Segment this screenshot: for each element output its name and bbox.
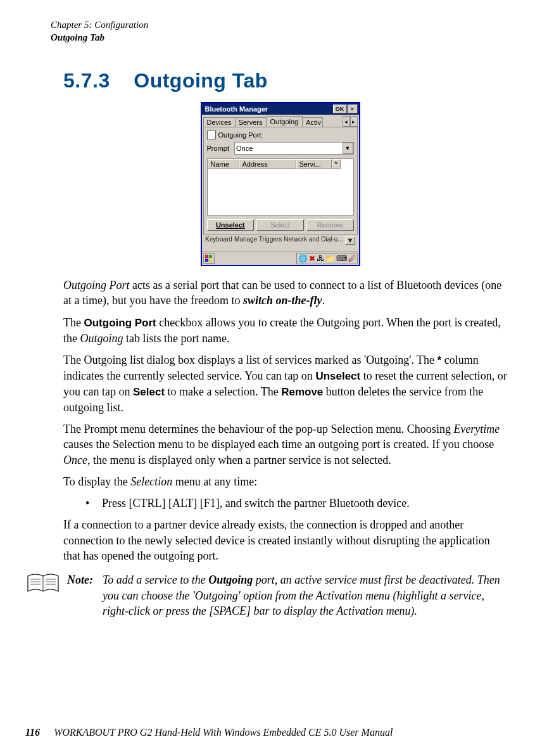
bluetooth-manager-window: Bluetooth Manager OK × Devices Servers O… (201, 102, 360, 266)
outgoing-port-label: Outgoing Port: (218, 131, 263, 139)
p3-f: Select (133, 386, 165, 398)
book-icon (27, 572, 62, 598)
svg-rect-0 (205, 255, 208, 258)
tab-scroll-left-icon[interactable]: ◂ (343, 116, 350, 127)
p5-c: menu at any time: (172, 475, 257, 488)
p2-b: Outgoing Port (84, 317, 156, 329)
tab-outgoing[interactable]: Outgoing (266, 116, 303, 127)
p4-a: The Prompt menu determines the behaviour… (63, 423, 453, 435)
remove-button[interactable]: Remove (306, 219, 354, 231)
p4-e: , the menu is displayed only when a part… (87, 454, 391, 466)
page-number: 116 (25, 727, 40, 738)
select-button[interactable]: Select (256, 219, 304, 231)
p1-c: switch on-the-fly (243, 294, 322, 307)
tab-active-partial[interactable]: Activ (302, 117, 323, 127)
para-3: The Outgoing list dialog box displays a … (63, 352, 510, 415)
window-title: Bluetooth Manager (203, 105, 332, 113)
p2-d: Outgoing (80, 332, 123, 345)
tray-icon-folder[interactable]: 📁 (325, 254, 335, 263)
tab-strip: Devices Servers Outgoing Activ ◂ ▸ (202, 115, 359, 127)
section-title: Outgoing Tab (134, 69, 268, 92)
svg-rect-2 (205, 259, 208, 262)
p5-b: Selection (130, 475, 172, 488)
p1-d: . (322, 294, 325, 307)
system-tray[interactable]: 🌐 ✖ 🖧 📁 ⌨ 🖊 (296, 253, 358, 264)
bullet-item: • Press [CTRL] [ALT] [F1], and switch th… (85, 496, 510, 511)
tab-scroll-right-icon[interactable]: ▸ (350, 116, 358, 127)
page-footer: 116 WORKABOUT PRO G2 Hand-Held With Wind… (25, 727, 393, 738)
para-4: The Prompt menu determines the behaviour… (63, 421, 510, 468)
tab-devices[interactable]: Devices (203, 117, 236, 127)
start-button[interactable] (203, 253, 215, 264)
footer-title: WORKABOUT PRO G2 Hand-Held With Windows … (54, 727, 393, 738)
p4-d: Once (63, 454, 87, 466)
p2-a: The (63, 316, 84, 329)
dropdown-arrow-icon[interactable]: ▼ (343, 143, 353, 154)
p3-d: Unselect (315, 370, 360, 382)
para-1: Outgoing Port acts as a serial port that… (63, 278, 510, 309)
tab-servers[interactable]: Servers (235, 117, 267, 127)
tray-icon-keyboard[interactable]: ⌨ (336, 254, 347, 263)
p4-c: causes the Selection menu to be displaye… (63, 438, 494, 451)
body-text: Outgoing Port acts as a serial port that… (63, 278, 510, 618)
desktop-icons-row: Keyboard Manage Triggers Network and Dia… (202, 236, 359, 252)
screenshot-container: Bluetooth Manager OK × Devices Servers O… (51, 102, 510, 266)
para-6: If a connection to a partner device alre… (63, 517, 510, 563)
running-head-chapter: Chapter 5: Configuration (51, 19, 510, 32)
bg-network-label: Network and Dial-u... (284, 236, 343, 243)
outgoing-port-checkbox[interactable] (207, 131, 216, 139)
p1-term: Outgoing Port (63, 279, 130, 292)
tray-icon-globe[interactable]: 🌐 (298, 254, 308, 263)
note-block: Note: To add a service to the Outgoing p… (27, 572, 510, 618)
running-head-section: Outgoing Tab (51, 32, 510, 44)
note-a: To add a service to the (103, 573, 208, 586)
prompt-dropdown[interactable]: Once ▼ (234, 142, 354, 155)
close-button[interactable]: × (348, 105, 358, 113)
p3-a: The Outgoing list dialog box displays a … (63, 354, 437, 366)
p2-e: tab lists the port name. (123, 332, 230, 345)
tray-icon-pen[interactable]: 🖊 (348, 254, 356, 263)
svg-rect-3 (209, 259, 212, 262)
para-5: To display the Selection menu at any tim… (63, 474, 510, 489)
bullet-dot-icon: • (85, 496, 89, 511)
taskbar: 🌐 ✖ 🖧 📁 ⌨ 🖊 (202, 252, 359, 265)
tray-icon-tools[interactable]: ✖ (309, 254, 315, 263)
col-star[interactable]: * (332, 159, 341, 169)
svg-rect-1 (209, 255, 212, 258)
bg-keyboard-label: Keyboard (205, 236, 232, 243)
outgoing-list[interactable]: Name Address Servi... * (207, 158, 354, 215)
note-text: To add a service to the Outgoing port, a… (103, 572, 510, 618)
p3-g: to make a selection. The (165, 385, 281, 398)
p5-a: To display the (63, 475, 130, 488)
col-address[interactable]: Address (239, 159, 296, 169)
col-name[interactable]: Name (208, 159, 239, 169)
scrollbar-down-icon[interactable]: ▼ (345, 236, 355, 245)
note-label: Note: (67, 572, 103, 587)
unselect-button[interactable]: Unselect (207, 219, 255, 231)
section-heading: 5.7.3 Outgoing Tab (63, 69, 510, 93)
p4-b: Everytime (453, 423, 500, 435)
para-2: The Outgoing Port checkbox allows you to… (63, 315, 510, 346)
col-service[interactable]: Servi... (296, 159, 332, 169)
note-b: Outgoing (208, 573, 253, 586)
prompt-label: Prompt (207, 144, 229, 152)
p3-h: Remove (281, 386, 323, 398)
tab-panel: Outgoing Port: Prompt Once ▼ Name Addres… (203, 127, 358, 234)
prompt-value: Once (236, 144, 253, 152)
ok-button[interactable]: OK (333, 105, 347, 113)
tray-icon-net[interactable]: 🖧 (317, 254, 324, 263)
bullet-text: Press [CTRL] [ALT] [F1], and switch the … (102, 496, 410, 511)
bg-manage-label: Manage Triggers (234, 236, 282, 243)
titlebar: Bluetooth Manager OK × (202, 103, 359, 115)
section-number: 5.7.3 (63, 69, 110, 92)
